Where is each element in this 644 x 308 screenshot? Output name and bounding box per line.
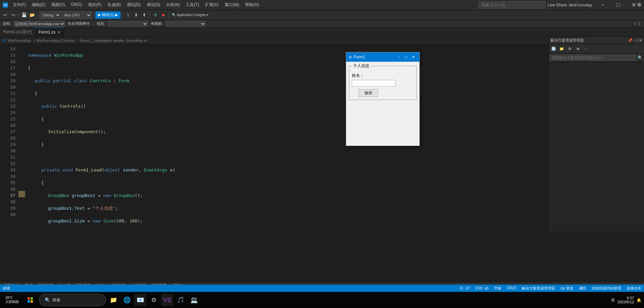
status-select-repo[interactable]: 选择合库 xyxy=(627,286,641,291)
minimize-button[interactable]: − xyxy=(595,0,610,10)
status-git-changes[interactable]: Git 更改 xyxy=(560,286,573,291)
menu-edit[interactable]: 编辑(E) xyxy=(29,1,48,8)
taskbar-lang[interactable]: 英 xyxy=(611,298,615,303)
se-pin-button[interactable]: 📌 xyxy=(628,38,633,43)
menu-extensions[interactable]: 扩展(X) xyxy=(202,1,221,8)
menu-debug[interactable]: 调试(D) xyxy=(124,1,143,8)
menu-tools[interactable]: 工具(T) xyxy=(183,1,201,8)
restart-button[interactable]: ↺ xyxy=(151,11,159,19)
se-float-button[interactable]: □ xyxy=(636,38,638,43)
form1-close-button[interactable]: ✕ xyxy=(410,54,417,60)
solution-explorer-title-bar: 解决方案资源管理器 📌 − □ ✕ xyxy=(549,37,644,44)
form1-window[interactable]: ⊞ Form1 − □ ✕ 个人信息 姓名： 保存 xyxy=(346,52,420,146)
live-share-button[interactable]: Live Share xyxy=(548,3,567,7)
menu-analyze[interactable]: 分析(N) xyxy=(164,1,183,8)
maximize-button[interactable]: □ xyxy=(610,0,626,10)
step-into-button[interactable]: ⬇ xyxy=(132,11,140,19)
menu-bar: 文件(F) 编辑(E) 视图(V) Git(G) 项目(P) 生成(B) 调试(… xyxy=(10,1,478,8)
breadcrumb-namespace[interactable]: WinFormsApp xyxy=(8,39,31,43)
status-add-to-source[interactable]: 添加到源代码管理 xyxy=(592,286,621,291)
taskbar-app-mail[interactable]: 📧 xyxy=(134,294,146,306)
save-button[interactable]: 💾 xyxy=(20,11,28,19)
se-search-icon: 🔍 xyxy=(638,55,643,60)
notification-icon[interactable]: 🔔 xyxy=(637,298,641,302)
breadcrumb-method[interactable]: Form1_Load(object sender, EventArgs e) xyxy=(80,39,147,43)
menu-git[interactable]: Git(G) xyxy=(68,1,85,8)
stop-button[interactable]: ■ xyxy=(159,11,167,19)
lifecycle-label: 生命周期事件 xyxy=(68,21,90,26)
svg-rect-2 xyxy=(28,300,30,303)
application-insights-button[interactable]: 🔍 Application Insights ▾ xyxy=(171,11,210,19)
line-numbers: 14 15 16 17 18 19 20 21 22 23 24 25 26 2… xyxy=(0,44,18,232)
solution-explorer-search: 🔍 xyxy=(549,54,644,62)
vs-status-bar: 就绪 行: 37 字符: 45 空格 CRLF 解决方案资源管理器 Git 更改… xyxy=(0,285,644,292)
form1-maximize-button[interactable]: □ xyxy=(403,54,409,60)
taskbar-app-github[interactable]: ⚙ xyxy=(148,294,160,306)
menu-view[interactable]: 视图(V) xyxy=(49,1,67,8)
taskbar-app-vs[interactable]: VS xyxy=(161,294,173,306)
taskbar: 28°C 大部晴朗 🔍 搜索 📁 🌐 📧 ⚙ VS 🎵 💻 英 9:37 xyxy=(0,292,644,308)
menu-file[interactable]: 文件(F) xyxy=(10,1,29,8)
thread-selector[interactable] xyxy=(108,21,148,27)
code-line-28: this.Controls.Add(groupBox1); xyxy=(25,230,548,232)
stack-selector[interactable] xyxy=(166,21,206,27)
weather-widget: 28°C 大部晴朗 xyxy=(3,296,21,304)
taskbar-app-edge[interactable]: 🌐 xyxy=(121,294,133,306)
form1-name-label: 姓名： xyxy=(352,73,414,79)
menu-window[interactable]: 窗口(W) xyxy=(222,1,242,8)
status-solution-explorer[interactable]: 解决方案资源管理器 xyxy=(522,286,555,291)
form1-body: 个人信息 姓名： 保存 xyxy=(346,62,419,103)
taskbar-app-files[interactable]: 📁 xyxy=(107,294,120,306)
status-properties[interactable]: 属性 xyxy=(579,286,586,291)
progress-bar: 进程: [23936] WinFormsApp.exe 生命周期事件 • 线程:… xyxy=(0,20,644,28)
step-out-button[interactable]: ⬆ xyxy=(140,11,148,19)
time-display: 9:37 xyxy=(617,296,634,300)
code-line-18: public Controls() xyxy=(25,103,548,109)
code-editor[interactable]: namespace WinFormsApp { public partial c… xyxy=(25,44,548,232)
form1-minimize-button[interactable]: − xyxy=(395,54,402,60)
form1-name-textbox[interactable] xyxy=(352,80,396,87)
tab-form1-cs[interactable]: Form1.cs ✕ xyxy=(35,28,64,37)
breadcrumb-arrow-1: › xyxy=(33,39,35,43)
code-line-22 xyxy=(25,154,548,160)
open-button[interactable]: 📂 xyxy=(29,11,36,19)
taskbar-search[interactable]: 🔍 搜索 xyxy=(39,294,106,306)
form1-save-button[interactable]: 保存 xyxy=(359,89,378,97)
global-search-input[interactable] xyxy=(478,1,546,9)
tab-close-icon[interactable]: ✕ xyxy=(57,30,60,35)
svg-rect-3 xyxy=(31,300,33,303)
tab-bar: Form1.cs [设计] Form1.cs ✕ xyxy=(0,28,644,37)
process-selector[interactable]: [23936] WinFormsApp.exe xyxy=(14,21,65,27)
taskbar-app-terminal[interactable]: 💻 xyxy=(188,294,200,306)
solution-explorer-search-input[interactable] xyxy=(550,55,636,61)
status-right: 行: 37 字符: 45 空格 CRLF 解决方案资源管理器 Git 更改 属性… xyxy=(460,286,641,291)
code-line-16: public partial class Controls : Form xyxy=(25,78,548,84)
cpu-dropdown[interactable]: Any CPU xyxy=(61,11,92,19)
menu-build[interactable]: 生成(B) xyxy=(105,1,124,8)
debug-mode-dropdown[interactable]: Debug xyxy=(40,11,61,19)
toolbar-separator xyxy=(18,12,19,18)
taskbar-time: 9:37 2023/9/12 xyxy=(617,296,634,304)
se-toolbar-btn-3[interactable]: ⚙ xyxy=(566,45,573,53)
undo-button[interactable]: ↩ xyxy=(1,11,9,19)
code-line-19: { xyxy=(25,116,548,122)
redo-button[interactable]: ↪ xyxy=(9,11,17,19)
weather-temp: 28°C xyxy=(5,296,19,300)
step-over-button[interactable]: ⤵ xyxy=(124,11,132,19)
taskbar-app-music[interactable]: 🎵 xyxy=(175,294,187,306)
se-toolbar-btn-5[interactable]: ⋯ xyxy=(582,45,590,53)
se-toolbar-btn-1[interactable]: 🔄 xyxy=(550,45,557,53)
start-button[interactable] xyxy=(23,293,38,307)
tab-form1-design[interactable]: Form1.cs [设计] xyxy=(0,28,35,37)
se-toolbar-btn-4[interactable]: 👁 xyxy=(574,45,582,53)
menu-project[interactable]: 项目(P) xyxy=(85,1,104,8)
continue-button[interactable]: ▶继续(C) ▶ xyxy=(95,11,121,19)
menu-help[interactable]: 帮助(H) xyxy=(242,1,262,8)
se-toolbar-btn-2[interactable]: 📁 xyxy=(558,45,565,53)
breadcrumb-class[interactable]: WinFormsApp.Controls xyxy=(36,39,75,43)
status-col: 字符: 45 xyxy=(475,286,489,291)
menu-test[interactable]: 测试(S) xyxy=(144,1,163,8)
se-close-button[interactable]: ✕ xyxy=(639,38,642,43)
window-controls: − □ ✕ xyxy=(595,0,641,10)
se-minimize-button[interactable]: − xyxy=(633,38,635,43)
